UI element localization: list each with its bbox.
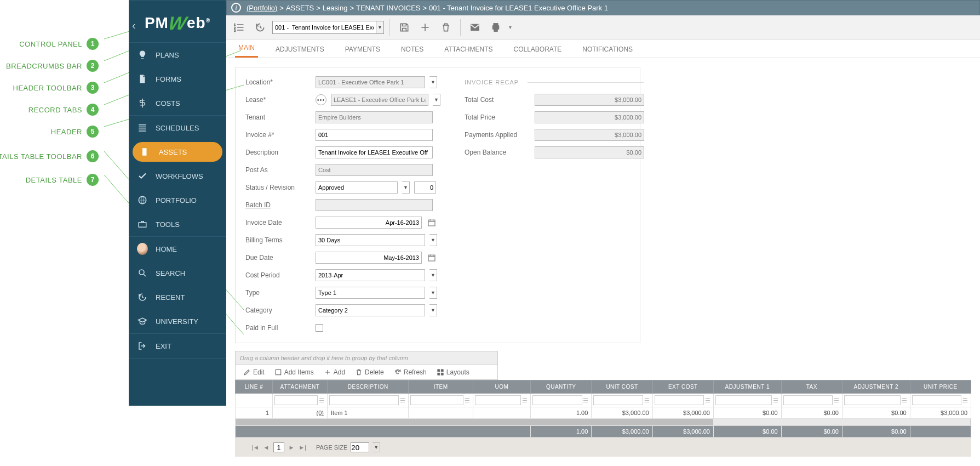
calendar-icon[interactable] <box>426 252 437 263</box>
nav-exit[interactable]: EXIT <box>129 334 226 358</box>
costperiod-input[interactable] <box>316 269 425 281</box>
chevron-down-icon[interactable]: ▼ <box>372 442 380 452</box>
nav-portfolio[interactable]: PORTFOLIO <box>129 188 226 212</box>
filter-icon[interactable]: ☰ <box>643 395 651 405</box>
nav-search[interactable]: SEARCH <box>129 261 226 285</box>
nav-schedules[interactable]: SCHEDULES <box>129 116 226 140</box>
breadcrumb-portfolio[interactable]: (Portfolio) <box>247 4 277 12</box>
col-adj1[interactable]: ADJUSTMENT 1 <box>713 380 781 394</box>
collapse-icon[interactable]: ‹ <box>132 19 136 32</box>
col-attach[interactable]: ATTACHMENT <box>273 380 328 394</box>
filter-input[interactable] <box>912 395 962 405</box>
chevron-down-icon[interactable]: ▼ <box>429 234 437 246</box>
layouts-button[interactable]: Layouts <box>437 368 469 376</box>
col-desc[interactable]: DESCRIPTION <box>328 380 409 394</box>
tab-main[interactable]: MAIN <box>235 39 258 58</box>
filter-icon[interactable]: ☰ <box>772 395 780 405</box>
refresh-button[interactable]: Refresh <box>394 368 427 376</box>
nav-forms[interactable]: FORMS <box>129 67 226 91</box>
tab-collaborate[interactable]: COLLABORATE <box>510 41 565 58</box>
add-items-button[interactable]: Add Items <box>274 368 314 376</box>
nav-university[interactable]: UNIVERSITY <box>129 309 226 333</box>
category-input[interactable] <box>316 304 425 316</box>
nav-plans[interactable]: PLANS <box>129 43 226 67</box>
col-uom[interactable]: UOM <box>473 380 530 394</box>
page-size-input[interactable] <box>351 442 369 452</box>
col-line[interactable]: LINE # <box>236 380 273 394</box>
billing-input[interactable] <box>316 234 425 246</box>
location-input[interactable] <box>316 76 425 88</box>
paid-checkbox[interactable] <box>316 324 323 332</box>
delete-button[interactable]: Delete <box>355 368 384 376</box>
description-input[interactable] <box>316 146 433 158</box>
col-tax[interactable]: TAX <box>781 380 842 394</box>
revision-input[interactable] <box>414 181 436 194</box>
save-icon[interactable] <box>396 19 413 36</box>
filter-icon[interactable]: ☰ <box>961 395 969 405</box>
col-item[interactable]: ITEM <box>409 380 473 394</box>
filter-icon[interactable]: ☰ <box>318 395 325 405</box>
chevron-down-icon[interactable]: ▼ <box>429 287 437 299</box>
tab-notifications[interactable]: NOTIFICATIONS <box>579 41 636 58</box>
label-batch[interactable]: Batch ID <box>245 201 311 209</box>
invdate-input[interactable] <box>316 217 422 229</box>
nav-recent[interactable]: RECENT <box>129 285 226 309</box>
filter-input[interactable] <box>655 395 704 405</box>
duedate-input[interactable] <box>316 252 422 264</box>
col-qty[interactable]: QUANTITY <box>531 380 592 394</box>
print-icon[interactable] <box>487 19 505 36</box>
invoice-input[interactable] <box>316 129 433 141</box>
chevron-down-icon[interactable]: ▼ <box>376 21 384 34</box>
tab-notes[interactable]: NOTES <box>398 41 427 58</box>
ellipsis-icon[interactable]: ••• <box>316 94 326 105</box>
calendar-icon[interactable] <box>426 217 437 228</box>
tab-attachments[interactable]: ATTACHMENTS <box>441 41 496 58</box>
filter-input[interactable] <box>475 395 521 405</box>
nav-workflows[interactable]: WORKFLOWS <box>129 164 226 188</box>
col-extcost[interactable]: EXT COST <box>652 380 713 394</box>
filter-input[interactable] <box>329 395 399 405</box>
status-input[interactable] <box>316 181 398 194</box>
history-icon[interactable] <box>251 19 269 36</box>
nav-tools[interactable]: TOOLS <box>129 212 226 236</box>
filter-icon[interactable]: ☰ <box>901 395 908 405</box>
edit-button[interactable]: Edit <box>243 368 265 376</box>
delete-icon[interactable] <box>437 19 455 36</box>
group-hint[interactable]: Drag a column header and drop it here to… <box>236 351 497 365</box>
nav-assets[interactable]: ASSETS <box>133 142 222 162</box>
chevron-down-icon[interactable]: ▼ <box>433 94 440 106</box>
cell-attach[interactable]: (0) <box>273 407 328 419</box>
filter-icon[interactable]: ☰ <box>704 395 712 405</box>
next-page-icon[interactable]: ► <box>288 444 295 451</box>
filter-icon[interactable]: ☰ <box>833 395 840 405</box>
filter-input[interactable] <box>783 395 833 405</box>
type-input[interactable] <box>316 287 425 299</box>
filter-input[interactable] <box>715 395 772 405</box>
add-icon[interactable] <box>416 19 434 36</box>
filter-icon[interactable]: ☰ <box>463 395 471 405</box>
chevron-down-icon[interactable]: ▼ <box>508 25 513 30</box>
nav-home[interactable]: HOME <box>129 237 226 261</box>
record-select[interactable]: ▼ <box>272 21 384 34</box>
info-icon[interactable]: i <box>231 3 241 13</box>
filter-input[interactable] <box>274 395 318 405</box>
col-unitcost[interactable]: UNIT COST <box>592 380 652 394</box>
breadcrumb-item[interactable]: ASSETS <box>286 4 314 12</box>
nav-costs[interactable]: COSTS <box>129 91 226 115</box>
tab-payments[interactable]: PAYMENTS <box>342 41 383 58</box>
lease-input[interactable] <box>331 94 428 106</box>
filter-input[interactable] <box>532 395 582 405</box>
first-page-icon[interactable]: |◄ <box>251 444 259 451</box>
prev-page-icon[interactable]: ◄ <box>262 444 270 451</box>
horizontal-scrollbar[interactable] <box>236 419 971 425</box>
tab-adjustments[interactable]: ADJUSTMENTS <box>272 41 328 58</box>
chevron-down-icon[interactable]: ▼ <box>429 304 437 316</box>
col-adj2[interactable]: ADJUSTMENT 2 <box>842 380 910 394</box>
breadcrumb-item[interactable]: TENANT INVOICES <box>356 4 421 12</box>
page-input[interactable] <box>273 442 284 452</box>
number-list-icon[interactable]: 123 <box>231 19 248 36</box>
breadcrumb-item[interactable]: Leasing <box>323 4 348 12</box>
filter-icon[interactable]: ☰ <box>521 395 529 405</box>
record-select-input[interactable] <box>272 21 376 34</box>
chevron-down-icon[interactable]: ▼ <box>429 269 437 281</box>
